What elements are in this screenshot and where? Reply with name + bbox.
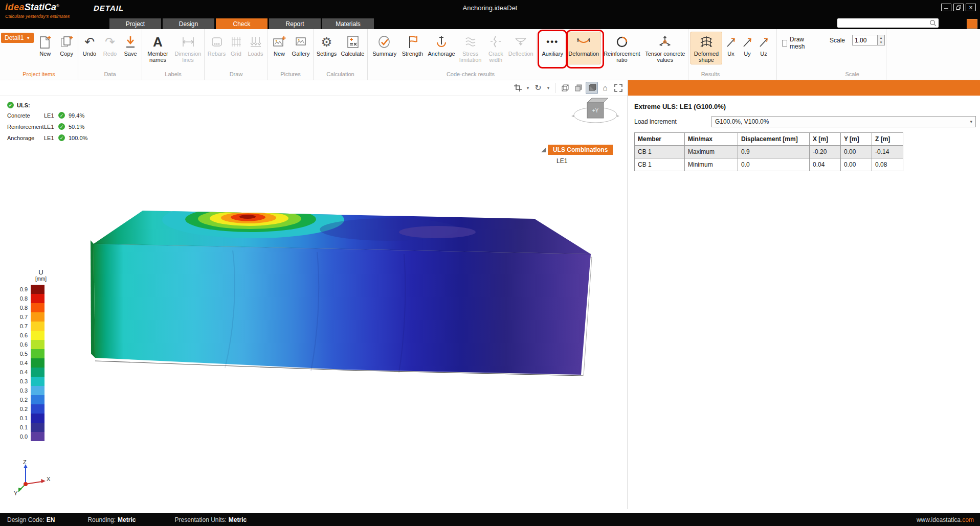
spinner-down-icon[interactable]: ▼ [878,40,884,45]
wireframe-view-button[interactable] [559,82,571,94]
legend-color-cell [31,368,44,377]
draw-mesh-checkbox[interactable] [782,40,787,47]
button-label: Strength [402,51,424,57]
reinforcement-ratio-button[interactable]: Reinforcement ratio [602,32,642,64]
check-summary-panel: ✓ULS: Concrete LE1 ✓ 99.4% Reinforcement… [7,102,87,146]
website-link[interactable]: www.ideastatica.com [917,516,974,523]
auxiliary-button[interactable]: ••• Auxiliary [540,32,565,64]
table-row[interactable]: CB 1Maximum0.9-0.200.00-0.14 [635,146,903,158]
search-icon [929,19,937,27]
uz-icon [758,33,769,51]
summary-check-icon [377,33,392,51]
button-label: Auxiliary [542,51,563,57]
new-picture-icon [273,33,286,51]
grid-button: Grid [228,32,245,64]
anchorage-button[interactable]: Anchorage [427,32,456,64]
deflection-icon [514,33,527,51]
legend-color-cell [31,404,44,414]
rotate-icon: ↻ [534,84,541,92]
summary-row-anchorage: Anchorage LE1 ✓ 100.0% [7,134,87,141]
close-button[interactable]: × [966,4,976,11]
deformation-icon [575,33,592,51]
new-picture-button[interactable]: New [270,32,289,64]
legend-row: 0.4 [15,368,51,377]
strength-button[interactable]: Strength [399,32,426,64]
summary-button[interactable]: Summary [371,32,398,64]
ribbon-group-data: ↶ Undo ↷ Redo Save Data [78,29,142,80]
tab-materials[interactable]: Materials [322,18,374,29]
gallery-button[interactable]: Gallery [290,32,311,64]
legend-tick-label: 0.7 [15,322,31,331]
ribbon-group-code-check: Summary Strength Anchorage Stress limita… [368,29,688,80]
rotate-dropdown[interactable]: ▾ [545,82,551,94]
crop-dropdown[interactable]: ▾ [525,82,531,94]
strength-icon [406,33,419,51]
legend-color-cell [31,303,44,312]
legend-color-cell [31,432,44,441]
units-value: Metric [229,516,247,523]
scale-input[interactable] [852,35,878,45]
document-title: Anchoring.ideaDet [463,4,518,12]
calculate-button[interactable]: Calculate [340,32,366,64]
uls-combinations-node[interactable]: ULS Combinations [548,145,613,155]
summary-title: ULS: [17,102,30,108]
app-name: DETAIL [94,4,124,12]
tab-report[interactable]: Report [269,18,321,29]
rounding-label: Rounding: [87,516,116,523]
solid-view-button[interactable] [572,82,585,94]
crop-view-button[interactable] [511,82,524,94]
group-label-pictures: Pictures [268,70,313,80]
summary-value: 99.4% [69,112,84,119]
copy-icon [60,33,73,51]
deformation-button[interactable]: Deformation [567,32,600,64]
tensor-concrete-values-button[interactable]: Tensor concrete values [643,32,687,64]
tab-project[interactable]: Project [109,18,161,29]
spinner-up-icon[interactable]: ▲ [878,35,884,40]
member-names-button[interactable]: A Member names [144,32,172,64]
button-label: Ux [727,51,734,57]
search-input[interactable] [839,19,929,27]
table-row[interactable]: CB 1Minimum0.00.040.000.08 [635,158,903,171]
content-area: ▾ ↻ ▾ ⌂ ✓ULS: Concrete LE1 ✓ 99.4% [0,80,980,509]
ribbon-group-labels: A Member names Dimension lines Labels [142,29,205,80]
zoom-extents-button[interactable] [612,82,625,94]
detail1-dropdown-button[interactable]: Detail1 ▼ [1,33,34,43]
summary-row-reinforcement: Reinforcement LE1 ✓ 50.1% [7,123,87,130]
new-document-icon [39,33,52,51]
tree-expander-icon[interactable] [541,148,546,152]
ux-button[interactable]: Ux [723,32,739,64]
legend-row: 0.2 [15,404,51,414]
legend-tick-label: 0.2 [15,404,31,414]
auxiliary-dots-icon: ••• [546,33,559,51]
ribbon-group-scale: Draw mesh Scale ▲▼ Scale [777,29,886,80]
uz-button[interactable]: Uz [756,32,771,64]
copy-project-item-button[interactable]: Copy [56,32,77,64]
save-button[interactable]: Save [121,32,140,64]
legend-color-cell [31,294,44,303]
tab-design[interactable]: Design [163,18,214,29]
table-cell: CB 1 [635,146,685,158]
button-label: Calculate [341,51,365,57]
home-view-button[interactable]: ⌂ [599,82,611,94]
rotate-view-button[interactable]: ↻ [532,82,544,94]
load-increment-dropdown[interactable]: G100.0%, V100.0% ▾ [711,116,976,127]
combination-item-le1[interactable]: LE1 [556,157,613,165]
settings-button[interactable]: ⚙ Settings [315,32,339,64]
undo-button[interactable]: ↶ Undo [80,32,99,64]
new-project-item-button[interactable]: New [35,32,55,64]
tab-check[interactable]: Check [216,18,268,29]
view-cube[interactable]: +Y [571,94,620,130]
summary-item-name: Reinforcement [7,124,44,130]
deformed-shape-button[interactable]: Deformed shape [691,32,722,64]
crop-icon [514,83,522,92]
minimize-button[interactable] [941,4,951,11]
shaded-view-button[interactable] [586,82,598,94]
accent-corner-button[interactable] [967,19,977,29]
uy-button[interactable]: Uy [740,32,755,64]
draw-mesh-control: Draw mesh [782,36,812,50]
model-canvas[interactable]: ▾ ↻ ▾ ⌂ ✓ULS: Concrete LE1 ✓ 99.4% [0,80,628,509]
restore-button[interactable] [953,4,964,11]
legend-tick-label: 0.5 [15,349,31,358]
legend-tick-label: 0.3 [15,377,31,386]
button-label: Member names [145,51,171,63]
